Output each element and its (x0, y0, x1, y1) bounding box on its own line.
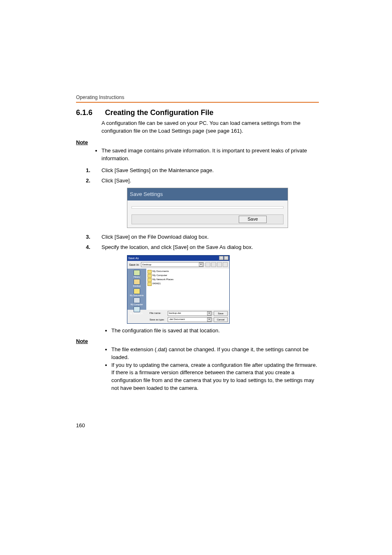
save-in-dropdown[interactable]: Desktop ▼ (141, 262, 204, 267)
step-text: Click [Save] on the File Download dialog… (101, 234, 209, 240)
save-settings-titlebar: Save Settings (127, 188, 288, 201)
note-item: The file extension (.dat) cannot be chan… (111, 346, 319, 362)
close-icon[interactable]: × (224, 256, 228, 260)
save-in-value: Desktop (142, 263, 151, 267)
note-item: The saved image contains private informa… (101, 147, 319, 163)
save-as-title: Save As (128, 256, 139, 261)
computer-icon (134, 297, 140, 303)
section-heading: 6.1.6 Creating the Configuration File (76, 108, 319, 117)
post-step-bullet: The configuration file is saved at that … (111, 327, 319, 335)
section-title: Creating the Configuration File (105, 108, 213, 117)
file-list[interactable]: My Documents My Computer My Network Plac… (146, 269, 229, 310)
chevron-down-icon: ▼ (207, 318, 211, 322)
step-4: 4. Specify the location, and click [Save… (86, 242, 319, 335)
save-as-dialog: Save As ? × Save in: Desktop ▼ (127, 255, 230, 324)
post-step-list: The configuration file is saved at that … (101, 327, 319, 335)
list-item[interactable]: My Network Places (148, 278, 228, 282)
filename-input[interactable]: backup.dat ▼ (168, 311, 212, 316)
steps-list: 1. Click [Save Settings] on the Maintena… (86, 166, 319, 335)
desktop-icon (134, 279, 140, 285)
toolbar-icons (205, 262, 228, 267)
back-icon[interactable] (205, 262, 210, 267)
header-label: Operating Instructions (76, 94, 319, 100)
save-as-toprow: Save in: Desktop ▼ (127, 261, 229, 269)
step-3: 3. Click [Save] on the File Download dia… (86, 232, 319, 242)
sidebar-mydocs[interactable]: My Documents (130, 288, 143, 297)
places-sidebar: History Desktop My Documents My Com (127, 269, 146, 310)
intro-paragraph: A configuration file can be saved on you… (101, 120, 319, 135)
history-icon (134, 270, 140, 276)
page-number: 160 (76, 422, 85, 428)
note-list: The file extension (.dat) cannot be chan… (76, 346, 319, 392)
save-in-label: Save in: (129, 262, 139, 267)
step-number: 2. (86, 176, 90, 186)
section-number: 6.1.6 (76, 108, 103, 117)
folder-icon (148, 270, 152, 274)
filetype-label: Save as type: (150, 318, 166, 322)
cancel-button[interactable]: Cancel (214, 317, 228, 322)
note-item: If you try to updating the camera, creat… (111, 362, 319, 392)
save-settings-body: Save (127, 200, 288, 228)
step-number: 1. (86, 166, 90, 176)
save-settings-panel: Save Settings Save (127, 188, 288, 228)
save-as-body: History Desktop My Documents My Com (127, 269, 229, 310)
header-rule (76, 102, 319, 103)
folder-icon (148, 278, 152, 282)
list-item[interactable]: My Computer (148, 274, 228, 278)
note-label: Note (76, 139, 319, 145)
save-button[interactable]: Save (214, 311, 228, 316)
chevron-down-icon: ▼ (207, 311, 211, 315)
help-icon[interactable]: ? (219, 256, 224, 260)
note-label: Note (76, 338, 319, 344)
list-item[interactable]: My Documents (148, 269, 228, 274)
save-as-titlebar: Save As ? × (127, 256, 229, 261)
view-icon[interactable] (223, 262, 228, 267)
bottom-labels: File name: Save as type: (150, 311, 166, 322)
folder-icon (148, 274, 152, 278)
bottom-inputs: backup.dat ▼ .dat Document ▼ (168, 311, 212, 322)
sidebar-mynet[interactable]: My Network P... (130, 306, 144, 315)
step-number: 4. (86, 242, 90, 253)
step-text: Click [Save]. (101, 177, 131, 184)
sidebar-mycomp[interactable]: My Computer (131, 297, 143, 306)
filename-label: File name: (150, 311, 166, 315)
save-settings-inset (131, 206, 284, 209)
step-1: 1. Click [Save Settings] on the Maintena… (86, 166, 319, 176)
step-number: 3. (86, 232, 90, 242)
filetype-dropdown[interactable]: .dat Document ▼ (168, 317, 212, 322)
sidebar-history[interactable]: History (134, 270, 140, 278)
list-item[interactable]: 040421 (148, 282, 228, 286)
window-buttons: ? × (219, 256, 228, 260)
save-settings-toolbar: Save (131, 214, 284, 224)
step-text: Click [Save Settings] on the Maintenance… (101, 167, 214, 173)
up-icon[interactable] (211, 262, 216, 267)
note-list: The saved image contains private informa… (76, 147, 319, 163)
step-2: 2. Click [Save]. Save Settings Save (86, 176, 319, 228)
sidebar-desktop[interactable]: Desktop (133, 279, 141, 287)
step-text: Specify the location, and click [Save] o… (101, 244, 253, 250)
documents-icon (134, 288, 140, 294)
document-page: Operating Instructions 6.1.6 Creating th… (0, 0, 392, 478)
folder-icon (148, 282, 152, 286)
bottom-buttons: Save Cancel (214, 311, 228, 322)
save-button[interactable]: Save (239, 216, 267, 223)
chevron-down-icon: ▼ (199, 263, 203, 267)
network-icon (134, 306, 140, 312)
new-folder-icon[interactable] (217, 262, 222, 267)
